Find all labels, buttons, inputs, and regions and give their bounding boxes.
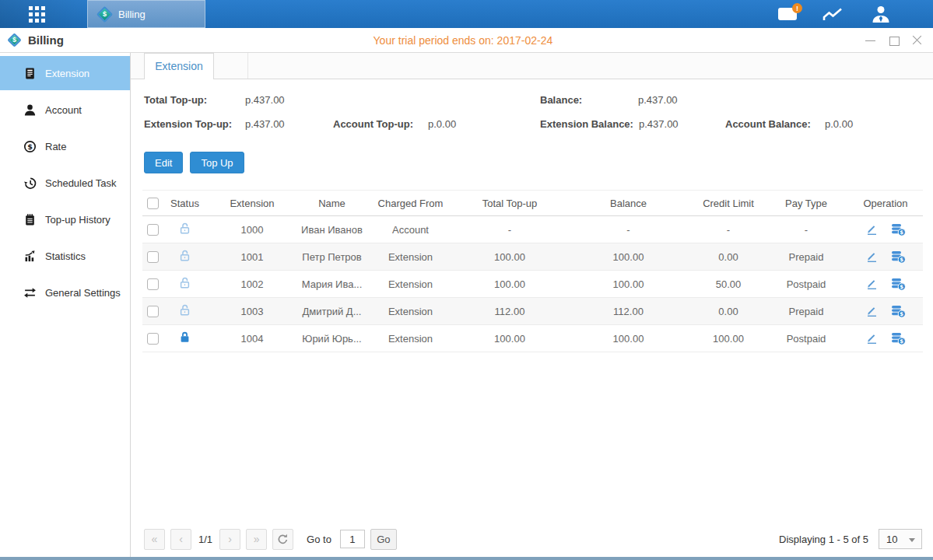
goto-page-input[interactable] bbox=[340, 530, 365, 548]
row-checkbox[interactable] bbox=[147, 278, 159, 290]
topup-icon[interactable]: $ bbox=[891, 250, 906, 264]
table-row: 1002Мария Ива...Extension100.00100.0050.… bbox=[142, 271, 923, 298]
column-header-charged-from: Charged From bbox=[366, 191, 455, 216]
sidebar-item-extension[interactable]: Extension bbox=[0, 56, 130, 90]
edit-button[interactable]: Edit bbox=[144, 152, 183, 173]
chat-icon: ! bbox=[778, 8, 797, 20]
cell-balance: 100.00 bbox=[564, 325, 693, 352]
balance-value: p.437.00 bbox=[638, 94, 678, 106]
column-header-pay-type: Pay Type bbox=[764, 191, 848, 216]
unlocked-icon bbox=[178, 280, 191, 292]
sidebar-item-top-up-history[interactable]: Top-up History bbox=[0, 202, 130, 236]
topup-icon[interactable]: $ bbox=[891, 305, 906, 318]
sidebar-item-account[interactable]: Account bbox=[0, 93, 130, 127]
chat-button[interactable]: ! bbox=[774, 0, 801, 28]
sidebar-menu: ExtensionAccount$RateScheduled TaskTop-u… bbox=[0, 53, 131, 557]
cell-total-topup: 112.00 bbox=[455, 298, 564, 325]
unlocked-icon bbox=[178, 253, 191, 264]
topup-icon[interactable]: $ bbox=[891, 332, 906, 345]
row-checkbox[interactable] bbox=[147, 306, 159, 317]
table-row: 1004Юрий Юрь...Extension100.00100.00100.… bbox=[142, 325, 923, 352]
cell-pay-type: Prepaid bbox=[764, 298, 848, 325]
monitor-button[interactable] bbox=[819, 0, 846, 28]
sidebar-item-label: Rate bbox=[45, 141, 66, 152]
extension-balance-value: p.437.00 bbox=[639, 118, 679, 130]
account-balance-value: p.0.00 bbox=[825, 118, 853, 130]
cell-select bbox=[142, 325, 163, 352]
cell-status bbox=[163, 325, 206, 352]
table-row: 1003Дмитрий Д...Extension112.00112.000.0… bbox=[142, 298, 923, 325]
column-header-status: Status bbox=[163, 191, 206, 216]
edit-icon[interactable] bbox=[865, 250, 879, 263]
cell-pay-type: Postpaid bbox=[764, 325, 848, 352]
main-content: Extension Total Top-up: p.437.00 Balance… bbox=[131, 53, 933, 557]
user-icon bbox=[870, 5, 892, 23]
cell-status bbox=[163, 298, 206, 325]
sidebar-item-general-settings[interactable]: General Settings bbox=[0, 275, 130, 310]
user-menu-button[interactable] bbox=[868, 0, 894, 28]
edit-icon[interactable] bbox=[865, 223, 879, 236]
page-size-select[interactable]: 10 bbox=[879, 529, 922, 549]
select-all-checkbox[interactable] bbox=[147, 198, 159, 209]
first-page-button[interactable]: « bbox=[144, 529, 165, 550]
window-title-text: Billing bbox=[28, 33, 64, 47]
window-controls bbox=[865, 28, 922, 52]
sidebar-item-statistics[interactable]: Statistics bbox=[0, 239, 130, 273]
next-page-button[interactable]: › bbox=[219, 529, 240, 550]
tab-bar: Extension bbox=[131, 53, 933, 79]
row-checkbox[interactable] bbox=[147, 251, 159, 263]
line-chart-icon bbox=[823, 5, 844, 23]
cell-operation: $ bbox=[848, 216, 923, 243]
row-checkbox[interactable] bbox=[147, 224, 159, 236]
go-button[interactable]: Go bbox=[370, 529, 397, 550]
edit-icon[interactable] bbox=[865, 278, 879, 290]
cell-select bbox=[142, 298, 163, 325]
extension-topup-value: p.437.00 bbox=[245, 118, 285, 130]
row-checkbox[interactable] bbox=[147, 333, 159, 345]
billing-app-tab-label: Billing bbox=[118, 9, 146, 20]
billing-app-tab[interactable]: Billing bbox=[87, 0, 205, 28]
cell-status bbox=[163, 243, 206, 271]
billing-diamond-icon bbox=[96, 5, 113, 22]
svg-text:$: $ bbox=[27, 142, 33, 151]
column-header-balance: Balance bbox=[564, 191, 693, 216]
cell-extension: 1002 bbox=[206, 271, 298, 298]
cell-credit-limit: 0.00 bbox=[693, 298, 764, 325]
cell-charged-from: Account bbox=[366, 216, 455, 243]
cell-status bbox=[163, 271, 206, 298]
tab-extension[interactable]: Extension bbox=[144, 53, 214, 79]
billing-diamond-icon bbox=[7, 33, 21, 47]
cell-charged-from: Extension bbox=[366, 243, 455, 271]
scheduled-task-icon bbox=[23, 177, 37, 190]
refresh-button[interactable] bbox=[272, 529, 293, 550]
cell-extension: 1001 bbox=[206, 243, 298, 271]
refresh-icon bbox=[277, 534, 289, 545]
topup-icon[interactable]: $ bbox=[891, 223, 906, 236]
sidebar-item-rate[interactable]: $Rate bbox=[0, 129, 130, 163]
prev-page-button[interactable]: ‹ bbox=[170, 529, 191, 550]
topup-icon[interactable]: $ bbox=[891, 278, 906, 291]
unlocked-icon bbox=[178, 307, 191, 319]
cell-credit-limit: 0.00 bbox=[693, 243, 764, 271]
top-up-button[interactable]: Top Up bbox=[190, 152, 244, 173]
edit-icon[interactable] bbox=[865, 305, 879, 317]
svg-text:$: $ bbox=[900, 257, 903, 263]
last-page-button[interactable]: » bbox=[246, 529, 267, 550]
cell-operation: $ bbox=[848, 298, 923, 325]
rate-icon: $ bbox=[23, 140, 37, 153]
svg-text:$: $ bbox=[900, 284, 903, 290]
edit-icon[interactable] bbox=[865, 332, 879, 345]
cell-total-topup: 100.00 bbox=[455, 271, 564, 298]
app-grid-icon[interactable] bbox=[29, 6, 45, 23]
sidebar-item-scheduled-task[interactable]: Scheduled Task bbox=[0, 166, 130, 200]
minimize-icon[interactable] bbox=[865, 35, 875, 45]
close-icon[interactable] bbox=[912, 35, 922, 45]
maximize-icon[interactable] bbox=[889, 35, 899, 45]
cell-status bbox=[163, 216, 206, 243]
column-header-extension: Extension bbox=[206, 191, 298, 216]
window-title: Billing bbox=[9, 28, 64, 52]
displaying-text: Displaying 1 - 5 of 5 bbox=[779, 534, 868, 545]
table-row: 1001Петр ПетровExtension100.00100.000.00… bbox=[142, 243, 923, 271]
extension-topup-label: Extension Top-up: bbox=[144, 118, 232, 130]
cell-balance: 112.00 bbox=[564, 298, 693, 325]
